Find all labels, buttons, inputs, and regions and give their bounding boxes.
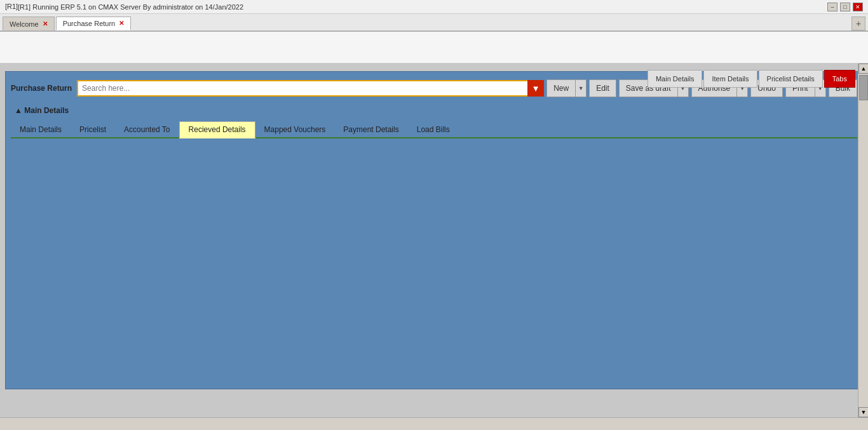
edit-button[interactable]: Edit bbox=[589, 79, 616, 97]
section-header: ▲ Main Details bbox=[11, 104, 857, 118]
sub-tab-payment-details[interactable]: Payment Details bbox=[334, 121, 407, 138]
top-tab-main-details[interactable]: Main Details bbox=[648, 70, 703, 88]
search-input[interactable] bbox=[77, 80, 544, 97]
tab-purchase-return-close[interactable]: ✕ bbox=[119, 20, 124, 27]
search-wrapper: ▼ bbox=[77, 80, 544, 97]
new-button[interactable]: New bbox=[546, 79, 575, 97]
sub-tabs: Main Details Pricelist Accounted To Reci… bbox=[11, 121, 857, 138]
scroll-up-button[interactable]: ▲ bbox=[858, 64, 868, 74]
new-button-group: New ▼ bbox=[546, 79, 587, 97]
title-text: [R1] Running ERP 5.1 on CMAX Server By a… bbox=[18, 3, 243, 11]
dropdown-arrow-icon: ▼ bbox=[532, 84, 540, 93]
search-dropdown-button[interactable]: ▼ bbox=[527, 80, 544, 97]
sub-tab-recieved-details[interactable]: Recieved Details bbox=[179, 121, 255, 138]
scroll-track bbox=[858, 74, 868, 407]
app-icon: [R1] bbox=[5, 3, 14, 11]
close-button[interactable]: ✕ bbox=[853, 3, 863, 11]
window-controls: – □ ✕ bbox=[827, 3, 863, 11]
header-area: Main Details Item Details Pricelist Deta… bbox=[0, 32, 868, 64]
tab-welcome-close[interactable]: ✕ bbox=[43, 20, 48, 27]
bottom-bar bbox=[0, 417, 868, 430]
scroll-down-button[interactable]: ▼ bbox=[858, 407, 868, 417]
new-dropdown-button[interactable]: ▼ bbox=[575, 79, 587, 97]
tab-welcome[interactable]: Welcome ✕ bbox=[3, 17, 55, 30]
sub-tab-accounted-to[interactable]: Accounted To bbox=[115, 121, 179, 138]
minimize-button[interactable]: – bbox=[827, 3, 837, 11]
top-tab-item-details[interactable]: Item Details bbox=[703, 70, 757, 88]
scroll-thumb[interactable] bbox=[859, 75, 868, 100]
maximize-button[interactable]: □ bbox=[840, 3, 850, 11]
sub-tab-mapped-vouchers[interactable]: Mapped Vouchers bbox=[255, 121, 335, 138]
sub-tab-load-bills[interactable]: Load Bills bbox=[408, 121, 459, 138]
sub-tab-main-details[interactable]: Main Details bbox=[11, 121, 71, 138]
tab-purchase-return-label: Purchase Return bbox=[63, 20, 116, 27]
top-tab-tabs[interactable]: Tabs bbox=[824, 70, 855, 88]
content-area bbox=[11, 142, 857, 384]
form-section: Purchase Return ▼ New ▼ Edit Save as dra… bbox=[5, 71, 863, 389]
form-label: Purchase Return bbox=[11, 84, 72, 93]
scrollbar[interactable]: ▲ ▼ bbox=[858, 64, 868, 417]
top-right-tabs: Main Details Item Details Pricelist Deta… bbox=[648, 70, 855, 88]
add-tab-button[interactable]: + bbox=[851, 17, 865, 30]
tab-purchase-return[interactable]: Purchase Return ✕ bbox=[56, 17, 132, 30]
tab-welcome-label: Welcome bbox=[10, 20, 39, 28]
section-header-text: ▲ Main Details bbox=[15, 106, 69, 115]
tab-bar: Welcome ✕ Purchase Return ✕ + bbox=[0, 14, 868, 32]
top-tab-pricelist-details[interactable]: Pricelist Details bbox=[759, 70, 823, 88]
sub-tab-pricelist[interactable]: Pricelist bbox=[71, 121, 115, 138]
title-bar-left: [R1] [R1] Running ERP 5.1 on CMAX Server… bbox=[5, 3, 243, 11]
title-bar: [R1] [R1] Running ERP 5.1 on CMAX Server… bbox=[0, 0, 868, 14]
